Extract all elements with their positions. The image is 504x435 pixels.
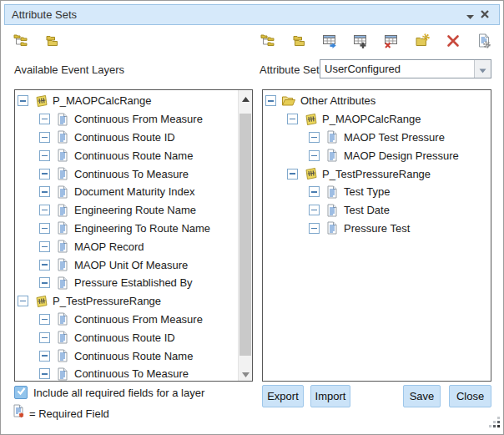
collapse-toggle-icon[interactable] xyxy=(309,150,320,161)
collapse-toggle-icon[interactable] xyxy=(265,95,276,106)
collapse-toggle-icon[interactable] xyxy=(309,132,320,143)
tree-item[interactable]: Continuous Route Name xyxy=(15,146,238,164)
collapse-toggle-icon[interactable] xyxy=(309,223,320,234)
resize-grip[interactable] xyxy=(489,416,500,431)
save-button[interactable]: Save xyxy=(403,385,441,407)
collapse-toggle-icon[interactable] xyxy=(39,260,50,271)
tree-item[interactable]: MAOP Unit Of Measure xyxy=(15,255,238,274)
export-button[interactable]: Export xyxy=(262,385,304,407)
tree-item[interactable]: Continuous To Measure xyxy=(15,365,238,381)
field-icon xyxy=(55,276,70,290)
event-layer-icon xyxy=(303,113,318,126)
collapse-toggle-icon[interactable] xyxy=(39,351,50,362)
folder-settings-icon[interactable] xyxy=(413,32,431,50)
collapse-toggle-icon[interactable] xyxy=(39,114,50,124)
collapse-toggle-icon[interactable] xyxy=(39,332,50,343)
tree-item-label: Continuous Route Name xyxy=(74,149,193,162)
scrollbar[interactable] xyxy=(238,90,252,381)
tree-item[interactable]: P_TestPressureRange xyxy=(15,292,238,311)
collapse-toggle-icon[interactable] xyxy=(39,150,50,161)
tree-item[interactable]: P_MAOPCalcRange xyxy=(263,110,491,129)
tree-item[interactable]: Continuous Route ID xyxy=(15,129,238,147)
tree-item[interactable]: Engineering Route Name xyxy=(15,201,238,220)
available-layers-tree: P_MAOPCalcRangeContinuous From MeasureCo… xyxy=(15,90,238,381)
tree-item[interactable]: Continuous Route Name xyxy=(15,346,238,365)
collapse-toggle-icon[interactable] xyxy=(309,205,320,215)
dialog-titlebar[interactable]: Attribute Sets xyxy=(4,4,500,25)
tree-item[interactable]: Other Attributes xyxy=(263,92,491,110)
chevron-down-icon xyxy=(479,62,486,77)
tree-item[interactable]: Document Maturity Index xyxy=(15,183,238,201)
collapse-toggle-icon[interactable] xyxy=(287,114,298,124)
delete-table-icon[interactable] xyxy=(382,32,401,50)
scroll-up-button[interactable] xyxy=(239,91,252,104)
collapse-toggle-icon[interactable] xyxy=(39,368,50,379)
available-layers-label: Available Event Layers xyxy=(14,63,124,76)
collapse-button[interactable] xyxy=(462,8,477,23)
tree-item-label: Continuous From Measure xyxy=(74,113,203,125)
field-icon xyxy=(325,204,340,217)
tree-item-label: Engineering Route Name xyxy=(74,204,196,216)
export-table-icon[interactable] xyxy=(320,32,339,50)
tree-item-label: Pressure Established By xyxy=(74,276,193,289)
tree-item[interactable]: Pressure Established By xyxy=(15,274,238,292)
tree-item[interactable]: P_TestPressureRange xyxy=(263,164,491,183)
required-field-icon xyxy=(13,404,25,422)
tree-item[interactable]: MAOP Design Pressure xyxy=(263,146,491,164)
dropdown-arrow-button[interactable] xyxy=(474,60,491,78)
report-settings-icon[interactable] xyxy=(475,32,493,50)
close-icon xyxy=(480,8,490,23)
collapse-toggle-icon[interactable] xyxy=(309,186,320,197)
attribute-set-dropdown[interactable]: UserConfigured xyxy=(320,59,491,78)
field-icon xyxy=(55,367,70,381)
collapse-toggle-icon[interactable] xyxy=(39,241,50,252)
close-button[interactable] xyxy=(477,8,492,23)
collapse-toggle-icon[interactable] xyxy=(39,205,50,215)
collapse-toggle-icon[interactable] xyxy=(39,223,50,234)
delete-icon[interactable] xyxy=(444,32,462,50)
scroll-down-button[interactable] xyxy=(239,367,252,380)
new-layer-tree-icon[interactable] xyxy=(259,32,277,50)
field-icon xyxy=(55,258,70,271)
tree-item[interactable]: Engineering To Route Name xyxy=(15,220,238,238)
tree-item[interactable]: MAOP Test Pressure xyxy=(263,129,491,147)
tree-item[interactable]: P_MAOPCalcRange xyxy=(15,92,238,110)
include-required-checkbox[interactable] xyxy=(14,386,28,399)
tree-item[interactable]: Continuous From Measure xyxy=(15,311,238,329)
open-folders-icon[interactable] xyxy=(43,32,61,50)
scroll-thumb[interactable] xyxy=(239,114,251,356)
tree-item[interactable]: Continuous To Measure xyxy=(15,164,238,183)
tree-item[interactable]: Continuous Route ID xyxy=(15,328,238,346)
triangle-up-icon xyxy=(242,90,249,105)
import-button[interactable]: Import xyxy=(310,385,350,407)
required-field-legend: = Required Field xyxy=(29,407,109,420)
collapse-toggle-icon[interactable] xyxy=(39,186,50,197)
add-table-icon[interactable] xyxy=(351,32,370,50)
collapse-toggle-icon[interactable] xyxy=(39,132,50,143)
close-dialog-button[interactable]: Close xyxy=(449,385,491,407)
collapse-toggle-icon[interactable] xyxy=(39,169,50,180)
collapse-toggle-icon[interactable] xyxy=(18,95,28,106)
tree-item-label: Other Attributes xyxy=(300,94,375,107)
tree-item[interactable]: Test Date xyxy=(263,201,491,220)
tree-item-label: Pressure Test xyxy=(344,222,410,235)
tree-item[interactable]: Pressure Test xyxy=(263,220,491,238)
collapse-toggle-icon[interactable] xyxy=(39,277,50,288)
open-folders-icon[interactable] xyxy=(290,32,308,50)
tree-item[interactable]: Test Type xyxy=(263,183,491,201)
collapse-toggle-icon[interactable] xyxy=(287,169,298,180)
include-required-label: Include all required fields for a layer xyxy=(33,387,204,399)
field-icon xyxy=(325,149,340,162)
tree-item-label: Document Maturity Index xyxy=(74,185,195,198)
tree-item-label: Continuous Route Name xyxy=(74,350,193,362)
event-layer-icon xyxy=(33,295,48,308)
collapse-toggle-icon[interactable] xyxy=(18,296,28,306)
tree-item[interactable]: Continuous From Measure xyxy=(15,110,238,129)
new-layer-tree-icon[interactable] xyxy=(12,32,30,50)
tree-item[interactable]: MAOP Record xyxy=(15,237,238,255)
tree-item-label: MAOP Unit Of Measure xyxy=(74,259,188,271)
collapse-toggle-icon[interactable] xyxy=(39,314,50,325)
tree-item-label: P_TestPressureRange xyxy=(53,295,161,307)
attribute-set-label: Attribute Set: xyxy=(260,63,322,76)
tree-item-label: P_MAOPCalcRange xyxy=(53,94,152,107)
